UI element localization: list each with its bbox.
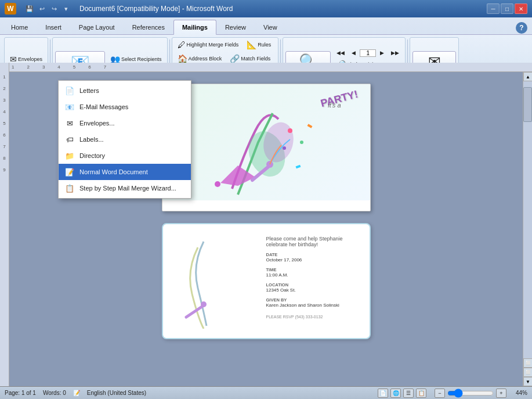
word-doc-icon: 📝 [64,167,75,177]
quick-access-toolbar: 💾 ↩ ↪ ▾ [24,3,71,14]
dropdown-quick-btn[interactable]: ▾ [61,3,71,14]
party-page: PARTY! it's a [162,84,371,211]
app-icon: W [5,3,16,15]
dropdown-letters[interactable]: 📄 Letters [59,82,191,99]
undo-quick-btn[interactable]: ↩ [37,3,47,14]
svg-point-6 [283,146,286,150]
svg-point-4 [288,128,292,133]
start-mail-merge-dropdown: 📄 Letters 📧 E-Mail Messages ✉ Envelopes.… [58,80,191,199]
prev-btn[interactable]: ◀ [349,48,359,57]
dropdown-normal-word[interactable]: 📝 Normal Word Document [59,164,191,180]
vertical-scrollbar[interactable]: ▲ ⬜ ⬜ ▼ [523,72,532,386]
window-controls: ─ □ ✕ [487,3,527,14]
next-record-btn[interactable]: ▶▶ [388,48,402,57]
view-outline-btn[interactable]: ☰ [403,389,414,398]
dropdown-labels[interactable]: 🏷 Labels... [59,131,191,148]
minimize-btn[interactable]: ─ [487,3,500,14]
next-btn[interactable]: ▶ [377,48,387,57]
invite-main-text: Please come and help Stephanie celebrate… [266,236,358,247]
svg-rect-8 [295,165,301,168]
view-draft-btn[interactable]: 📋 [416,389,426,398]
tab-view[interactable]: View [255,20,286,34]
envelopes-icon: ✉ [10,55,17,63]
ribbon-tab-bar: Home Insert Page Layout References Maili… [0,17,532,34]
redo-quick-btn[interactable]: ↪ [49,3,59,14]
party-image: PARTY! it's a [162,84,370,200]
view-print-btn[interactable]: 📄 [378,389,388,398]
letters-icon: 📄 [64,85,75,96]
spell-check-icon[interactable]: 📝 [73,390,80,396]
rsvp-text: PLEASE RSVP (543) 333-0132 [266,315,358,319]
svg-marker-2 [220,166,255,186]
title-bar: W 💾 ↩ ↪ ▾ Document6 [Compatibility Mode]… [0,0,532,17]
scroll-thumb[interactable] [523,87,532,122]
tab-mailings[interactable]: Mailings [173,20,216,35]
view-web-btn[interactable]: 🌐 [390,389,401,398]
invitation-card: Please come and help Stephanie celebrate… [162,223,371,339]
dropdown-email-messages[interactable]: 📧 E-Mail Messages [59,99,191,115]
svg-point-12 [201,301,207,307]
directory-icon: 📁 [64,150,75,161]
scroll-page-up-btn[interactable]: ⬜ [523,358,532,368]
envelopes-menu-icon: ✉ [64,118,75,128]
save-quick-btn[interactable]: 💾 [24,3,35,14]
email-icon: 📧 [64,102,75,112]
page-count: Page: 1 of 1 [5,390,36,396]
status-bar: Page: 1 of 1 Words: 0 📝 English (United … [0,386,532,399]
help-icon[interactable]: ? [516,22,527,34]
zoom-level: 44% [509,390,527,396]
card-decoration [175,236,221,329]
svg-point-3 [215,181,220,187]
svg-rect-7 [307,124,312,128]
tab-review[interactable]: Review [216,20,255,34]
close-btn[interactable]: ✕ [515,3,527,14]
top-ruler: 1234567 [9,63,532,72]
tab-page-layout[interactable]: Page Layout [70,20,124,34]
svg-point-5 [300,141,303,144]
language: English (United States) [87,390,146,396]
highlight-merge-fields-btn[interactable]: 🖊 Highlight Merge Fields [175,39,242,51]
tab-references[interactable]: References [124,20,173,34]
dropdown-envelopes[interactable]: ✉ Envelopes... [59,115,191,131]
zoom-slider[interactable] [447,390,494,397]
dropdown-directory[interactable]: 📁 Directory [59,148,191,164]
status-left: Page: 1 of 1 Words: 0 📝 English (United … [5,390,146,396]
record-number-input[interactable] [360,49,376,57]
tab-insert[interactable]: Insert [37,20,70,34]
status-right: 📄 🌐 ☰ 📋 − + 44% [378,389,527,398]
wizard-icon: 📋 [64,183,75,193]
left-ruler: 1 2 3 4 5 6 7 8 9 [0,63,9,386]
zoom-in-btn[interactable]: + [496,389,506,398]
dropdown-wizard[interactable]: 📋 Step by Step Mail Merge Wizard... [59,180,191,196]
word-count: Words: 0 [43,390,66,396]
rules-btn[interactable]: 📐 Rules [244,39,274,51]
party-decorations [162,84,370,200]
invite-text-area: Please come and help Stephanie celebrate… [266,236,358,319]
tab-home[interactable]: Home [2,20,37,34]
labels-menu-icon: 🏷 [64,134,75,145]
window-title: Document6 [Compatibility Mode] - Microso… [79,5,233,13]
zoom-out-btn[interactable]: − [435,389,445,398]
scroll-down-btn[interactable]: ▼ [523,377,532,386]
maximize-btn[interactable]: □ [501,3,513,14]
scroll-up-btn[interactable]: ▲ [523,72,532,81]
prev-record-btn[interactable]: ◀◀ [334,48,348,57]
scroll-track[interactable] [523,81,532,358]
scroll-page-down-btn[interactable]: ⬜ [523,368,532,377]
